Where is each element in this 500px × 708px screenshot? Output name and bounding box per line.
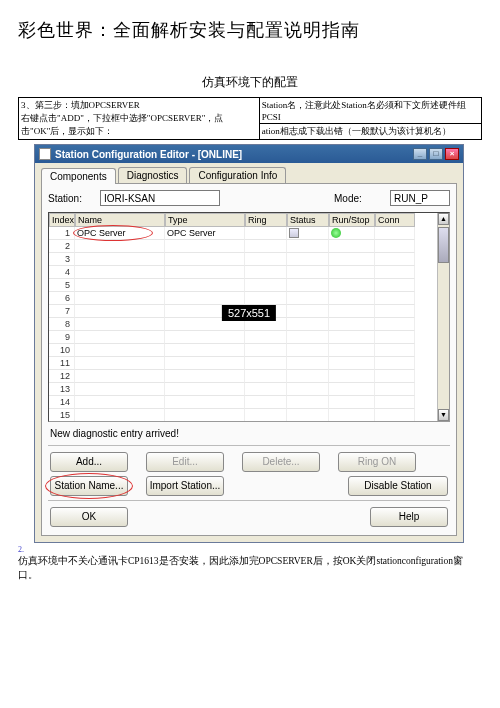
tab-row: Components Diagnostics Configuration Inf… — [41, 167, 457, 183]
tab-diagnostics[interactable]: Diagnostics — [118, 167, 188, 183]
cell-index: 9 — [49, 331, 75, 344]
station-field[interactable]: IORI-KSAN — [100, 190, 220, 206]
station-label: Station: — [48, 193, 94, 204]
col-runstop[interactable]: Run/Stop — [329, 213, 375, 227]
mode-label: Mode: — [334, 193, 380, 204]
footnote-text: 仿真环境中不关心通讯卡CP1613是否安装，因此添加完OPCSERVER后，按O… — [18, 554, 482, 583]
help-button[interactable]: Help — [370, 507, 448, 527]
close-button[interactable]: × — [445, 148, 459, 160]
cell-index: 8 — [49, 318, 75, 331]
add-button[interactable]: Add... — [50, 452, 128, 472]
grid-row[interactable]: 5 — [49, 279, 449, 292]
cell-index: 15 — [49, 409, 75, 422]
cell-index: 6 — [49, 292, 75, 305]
col-ring[interactable]: Ring — [245, 213, 287, 227]
grid-row[interactable]: 13 — [49, 383, 449, 396]
config-window: Station Configuration Editor - [ONLINE] … — [34, 144, 464, 543]
cell-index: 12 — [49, 370, 75, 383]
tab-components[interactable]: Components — [41, 168, 116, 184]
import-station-button[interactable]: Import Station... — [146, 476, 224, 496]
minimize-button[interactable]: _ — [413, 148, 427, 160]
cell-index: 7 — [49, 305, 75, 318]
edit-button[interactable]: Edit... — [146, 452, 224, 472]
image-dimension-overlay: 527x551 — [222, 305, 276, 321]
window-title: Station Configuration Editor - [ONLINE] — [55, 149, 242, 160]
instr-right-a: Station名，注意此处Station名必须和下文所述硬件组PCSI — [259, 98, 481, 124]
disable-station-button[interactable]: Disable Station — [348, 476, 448, 496]
cell-status — [287, 227, 329, 240]
col-status[interactable]: Status — [287, 213, 329, 227]
scroll-down-button[interactable]: ▼ — [438, 409, 449, 421]
grid-header: Index Name Type Ring Status Run/Stop Con… — [49, 213, 449, 227]
tab-config-info[interactable]: Configuration Info — [189, 167, 286, 183]
grid-row[interactable]: 12 — [49, 370, 449, 383]
divider — [48, 445, 450, 446]
grid-row[interactable]: 10 — [49, 344, 449, 357]
page-title: 彩色世界：全面解析安装与配置说明指南 — [0, 0, 500, 52]
cell-index: 3 — [49, 253, 75, 266]
instruction-table: 3、第三步：填加OPCSERVER 右键点击"ADD"，下拉框中选择"OPCSE… — [18, 97, 482, 140]
grid-row[interactable]: 9 — [49, 331, 449, 344]
cell-index: 14 — [49, 396, 75, 409]
diagnostic-text: New diagnostic entry arrived! — [50, 428, 450, 439]
run-icon — [331, 228, 341, 238]
grid-row[interactable]: 15 — [49, 409, 449, 422]
station-name-button[interactable]: Station Name... — [50, 476, 128, 496]
col-conn[interactable]: Conn — [375, 213, 415, 227]
cell-type: OPC Server — [165, 227, 245, 240]
grid-row[interactable]: 4 — [49, 266, 449, 279]
footnote-number: 2. — [18, 545, 482, 554]
cell-index: 10 — [49, 344, 75, 357]
grid-row[interactable]: 1 OPC Server OPC Server — [49, 227, 449, 240]
components-grid[interactable]: Index Name Type Ring Status Run/Stop Con… — [48, 212, 450, 422]
cell-index: 11 — [49, 357, 75, 370]
vertical-scrollbar[interactable]: ▲ ▼ — [437, 213, 449, 421]
grid-row[interactable]: 2 — [49, 240, 449, 253]
titlebar[interactable]: Station Configuration Editor - [ONLINE] … — [35, 145, 463, 163]
cell-index: 13 — [49, 383, 75, 396]
maximize-button[interactable]: □ — [429, 148, 443, 160]
cell-index: 4 — [49, 266, 75, 279]
divider — [48, 500, 450, 501]
grid-row[interactable]: 11 — [49, 357, 449, 370]
cell-conn — [375, 227, 415, 240]
mode-field[interactable]: RUN_P — [390, 190, 450, 206]
status-icon — [289, 228, 299, 238]
scroll-up-button[interactable]: ▲ — [438, 213, 449, 225]
grid-row[interactable]: 6 — [49, 292, 449, 305]
col-name[interactable]: Name — [75, 213, 165, 227]
delete-button[interactable]: Delete... — [242, 452, 320, 472]
scroll-thumb[interactable] — [438, 227, 449, 263]
components-panel: Station: IORI-KSAN Mode: RUN_P Index Nam… — [41, 183, 457, 536]
cell-runstop — [329, 227, 375, 240]
cell-index: 5 — [49, 279, 75, 292]
cell-ring — [245, 227, 287, 240]
cell-index: 1 — [49, 227, 75, 240]
ok-button[interactable]: OK — [50, 507, 128, 527]
section-title: 仿真环境下的配置 — [0, 74, 500, 91]
ring-on-button[interactable]: Ring ON — [338, 452, 416, 472]
grid-row[interactable]: 14 — [49, 396, 449, 409]
instr-right-b: ation相志成下载出错（一般默认为该计算机名） — [259, 124, 481, 140]
instr-left-b: 右键点击"ADD"，下拉框中选择"OPCSERVER"，点击"OK"后，显示如下… — [21, 112, 257, 138]
cell-index: 2 — [49, 240, 75, 253]
col-index[interactable]: Index — [49, 213, 75, 227]
grid-row[interactable]: 3 — [49, 253, 449, 266]
cell-name: OPC Server — [75, 227, 165, 240]
col-type[interactable]: Type — [165, 213, 245, 227]
instr-left-a: 3、第三步：填加OPCSERVER — [21, 99, 257, 112]
app-icon — [39, 148, 51, 160]
